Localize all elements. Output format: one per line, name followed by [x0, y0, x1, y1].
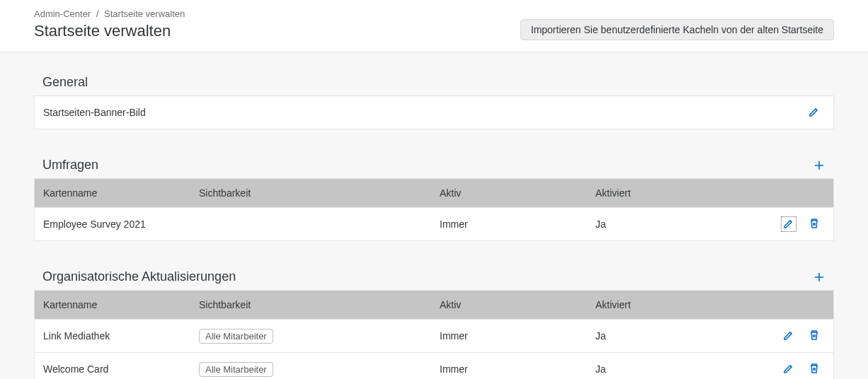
- breadcrumb-root[interactable]: Admin-Center: [34, 8, 91, 19]
- cell-active: Immer: [431, 210, 587, 238]
- cell-name: Link Mediathek: [35, 322, 190, 350]
- plus-icon: [813, 159, 826, 172]
- breadcrumb: Admin-Center / Startseite verwalten: [34, 8, 185, 19]
- pencil-icon: [782, 362, 795, 377]
- section-title-org-updates: Organisatorische Aktualisierungen: [42, 269, 236, 284]
- breadcrumb-current: Startseite verwalten: [104, 8, 185, 19]
- delete-row-button[interactable]: [806, 361, 822, 377]
- section-org-updates: Organisatorische Aktualisierungen Karten…: [34, 264, 834, 379]
- cell-name: Employee Survey 2021: [35, 210, 190, 238]
- col-header-enabled: Aktiviert: [587, 291, 770, 319]
- edit-row-button[interactable]: [781, 328, 796, 344]
- surveys-table-header: Kartenname Sichtbarkeit Aktiv Aktiviert: [35, 179, 833, 207]
- table-row: Welcome Card Alle Mitarbeiter Immer Ja: [35, 352, 833, 379]
- section-surveys: Umfragen Kartenname Sichtbarkeit Aktiv A…: [34, 152, 834, 241]
- col-header-enabled: Aktiviert: [587, 179, 770, 207]
- import-tiles-button[interactable]: Importieren Sie benutzerdefinierte Kache…: [520, 19, 834, 40]
- general-banner-row-label: Startseiten-Banner-Bild: [43, 107, 146, 118]
- visibility-tag[interactable]: Alle Mitarbeiter: [199, 362, 273, 377]
- cell-active: Immer: [431, 322, 587, 350]
- cell-visibility: [190, 216, 431, 233]
- delete-row-button[interactable]: [806, 216, 822, 232]
- org-updates-table-header: Kartenname Sichtbarkeit Aktiv Aktiviert: [35, 291, 833, 319]
- section-title-surveys: Umfragen: [42, 158, 98, 173]
- trash-icon: [808, 329, 821, 344]
- page-title: Startseite verwalten: [34, 22, 185, 40]
- cell-active: Immer: [431, 355, 587, 379]
- cell-enabled: Ja: [587, 355, 770, 379]
- add-survey-button[interactable]: [813, 159, 826, 172]
- pencil-icon: [782, 329, 795, 344]
- table-row: Link Mediathek Alle Mitarbeiter Immer Ja: [35, 319, 833, 352]
- plus-icon: [813, 271, 826, 284]
- edit-row-button[interactable]: [781, 216, 796, 232]
- col-header-active: Aktiv: [431, 291, 587, 319]
- edit-banner-button[interactable]: [806, 105, 822, 120]
- pencil-icon: [782, 217, 795, 232]
- add-org-update-button[interactable]: [813, 271, 826, 284]
- table-row: Employee Survey 2021 Immer Ja: [35, 207, 833, 240]
- visibility-tag[interactable]: Alle Mitarbeiter: [199, 329, 273, 344]
- breadcrumb-separator: /: [96, 8, 99, 19]
- col-header-name: Kartenname: [35, 291, 190, 319]
- col-header-visibility: Sichtbarkeit: [190, 179, 431, 207]
- section-general: General Startseiten-Banner-Bild: [34, 69, 834, 129]
- edit-row-button[interactable]: [781, 361, 796, 377]
- col-header-name: Kartenname: [35, 179, 190, 207]
- section-title-general: General: [42, 75, 88, 90]
- delete-row-button[interactable]: [806, 328, 822, 344]
- col-header-active: Aktiv: [431, 179, 587, 207]
- trash-icon: [808, 362, 821, 377]
- cell-enabled: Ja: [587, 322, 770, 350]
- col-header-visibility: Sichtbarkeit: [190, 291, 431, 319]
- cell-name: Welcome Card: [35, 355, 190, 379]
- trash-icon: [808, 217, 821, 232]
- pencil-icon: [808, 105, 821, 120]
- cell-enabled: Ja: [587, 210, 770, 238]
